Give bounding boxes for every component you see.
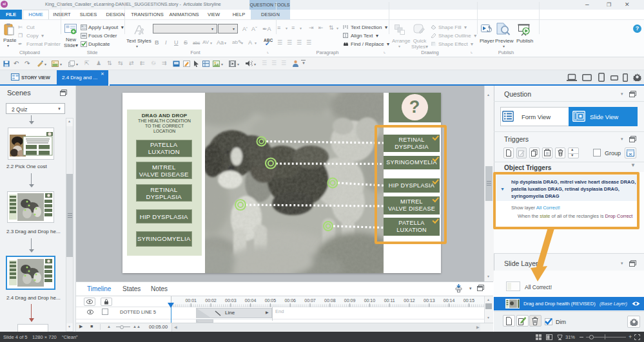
svg-text:00:05: 00:05 [265, 298, 277, 303]
svg-text:00:02: 00:02 [205, 298, 217, 303]
svg-text:00:10: 00:10 [364, 298, 376, 303]
svg-text:00:12: 00:12 [404, 298, 415, 303]
svg-text:00:04: 00:04 [245, 298, 257, 303]
svg-text:00:06: 00:06 [284, 298, 296, 303]
svg-text:00:01: 00:01 [185, 298, 197, 303]
svg-text:00:14: 00:14 [444, 298, 455, 303]
svg-text:00:15: 00:15 [463, 298, 475, 303]
svg-text:00:09: 00:09 [344, 298, 356, 303]
svg-text:00:13: 00:13 [424, 298, 435, 303]
svg-text:00:07: 00:07 [304, 298, 316, 303]
svg-text:00:08: 00:08 [324, 298, 336, 303]
svg-text:00:03: 00:03 [225, 298, 237, 303]
svg-text:00:11: 00:11 [384, 298, 395, 303]
